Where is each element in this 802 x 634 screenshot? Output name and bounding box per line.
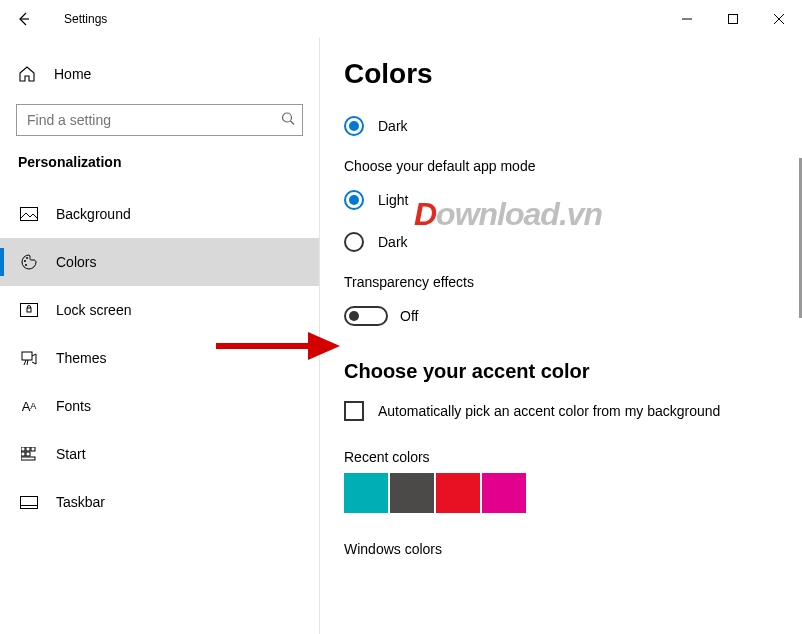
back-button[interactable]	[0, 0, 48, 38]
radio-checked-icon	[344, 190, 364, 210]
color-swatch[interactable]	[390, 473, 434, 513]
lock-screen-icon	[20, 301, 38, 319]
category-header: Personalization	[0, 154, 319, 190]
home-icon	[18, 65, 36, 83]
transparency-label: Transparency effects	[344, 274, 802, 290]
sidebar-item-themes[interactable]: Themes	[0, 334, 319, 382]
radio-label: Light	[378, 192, 408, 208]
sidebar: Home Personalization Background Colors	[0, 38, 320, 634]
close-button[interactable]	[756, 0, 802, 38]
toggle-state: Off	[400, 308, 418, 324]
svg-point-5	[283, 113, 292, 122]
svg-point-9	[26, 257, 28, 259]
auto-accent-checkbox[interactable]: Automatically pick an accent color from …	[344, 401, 802, 421]
svg-line-6	[291, 121, 295, 125]
title-bar: Settings	[0, 0, 802, 38]
page-title: Colors	[344, 58, 802, 90]
color-swatch[interactable]	[482, 473, 526, 513]
radio-unchecked-icon	[344, 232, 364, 252]
start-icon	[20, 445, 38, 463]
svg-rect-12	[27, 308, 31, 312]
transparency-toggle[interactable]	[344, 306, 388, 326]
svg-point-10	[25, 264, 27, 266]
radio-label: Dark	[378, 234, 408, 250]
radio-checked-icon	[344, 116, 364, 136]
themes-icon	[20, 349, 38, 367]
color-swatch[interactable]	[344, 473, 388, 513]
svg-rect-17	[21, 452, 25, 456]
svg-rect-18	[26, 452, 30, 456]
sidebar-item-label: Lock screen	[56, 302, 131, 318]
app-mode-light-radio[interactable]: Light	[344, 190, 802, 210]
windows-colors-label: Windows colors	[344, 541, 802, 557]
app-mode-dark-radio[interactable]: Dark	[344, 232, 802, 252]
svg-rect-19	[21, 457, 35, 460]
main-panel: Colors Light Dark Choose your default ap…	[320, 38, 802, 634]
taskbar-icon	[20, 493, 38, 511]
maximize-button[interactable]	[710, 0, 756, 38]
svg-rect-14	[21, 447, 25, 451]
sidebar-item-label: Colors	[56, 254, 96, 270]
home-label: Home	[54, 66, 91, 82]
window-controls	[664, 0, 802, 38]
sidebar-item-taskbar[interactable]: Taskbar	[0, 478, 319, 526]
app-mode-label: Choose your default app mode	[344, 158, 802, 174]
sidebar-item-label: Themes	[56, 350, 107, 366]
accent-heading: Choose your accent color	[344, 360, 802, 383]
svg-point-8	[24, 260, 26, 262]
sidebar-item-colors[interactable]: Colors	[0, 238, 319, 286]
recent-colors-label: Recent colors	[344, 449, 802, 465]
search-input[interactable]	[16, 104, 303, 136]
close-icon	[774, 14, 784, 24]
sidebar-item-fonts[interactable]: AA Fonts	[0, 382, 319, 430]
checkbox-label: Automatically pick an accent color from …	[378, 403, 720, 419]
minimize-button[interactable]	[664, 0, 710, 38]
checkbox-unchecked-icon	[344, 401, 364, 421]
radio-label: Dark	[378, 118, 408, 134]
sidebar-item-background[interactable]: Background	[0, 190, 319, 238]
maximize-icon	[728, 14, 738, 24]
sidebar-item-label: Start	[56, 446, 86, 462]
svg-rect-13	[22, 352, 32, 360]
recent-colors-row	[344, 473, 802, 513]
sidebar-item-start[interactable]: Start	[0, 430, 319, 478]
picture-icon	[20, 205, 38, 223]
svg-rect-2	[729, 15, 738, 24]
palette-icon	[20, 253, 38, 271]
minimize-icon	[682, 14, 692, 24]
color-swatch[interactable]	[436, 473, 480, 513]
sidebar-item-label: Background	[56, 206, 131, 222]
windows-mode-dark-radio[interactable]: Dark	[344, 116, 802, 136]
svg-rect-20	[21, 496, 38, 508]
sidebar-item-lock-screen[interactable]: Lock screen	[0, 286, 319, 334]
search-icon[interactable]	[281, 112, 295, 129]
fonts-icon: AA	[20, 397, 38, 415]
window-title: Settings	[64, 12, 107, 26]
arrow-left-icon	[16, 11, 32, 27]
sidebar-item-label: Fonts	[56, 398, 91, 414]
svg-rect-16	[31, 447, 35, 451]
svg-rect-15	[26, 447, 30, 451]
svg-rect-7	[21, 208, 38, 221]
home-button[interactable]: Home	[0, 54, 319, 94]
sidebar-item-label: Taskbar	[56, 494, 105, 510]
